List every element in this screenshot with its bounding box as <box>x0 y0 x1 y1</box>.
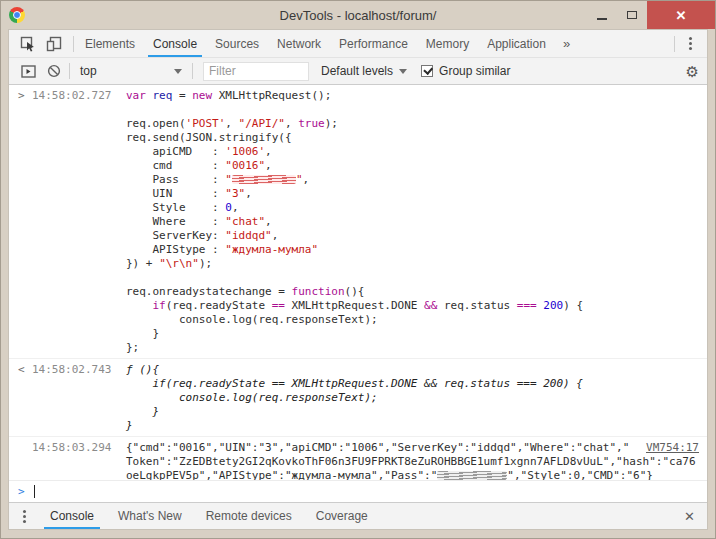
timestamp: 14:58:02.743 <box>32 363 113 377</box>
execution-context-selector[interactable]: top <box>72 64 190 78</box>
divider <box>69 63 70 79</box>
console-chevron-icon: > <box>18 89 32 103</box>
console-prompt[interactable]: > <box>9 480 707 502</box>
redacted-password <box>437 471 507 480</box>
timestamp: 14:58:02.727 <box>32 89 113 103</box>
tab-performance[interactable]: Performance <box>330 30 417 57</box>
drawer-tab-what-s-new[interactable]: What's New <box>106 503 194 529</box>
device-toolbar-icon[interactable] <box>41 32 67 56</box>
tab-application[interactable]: Application <box>478 30 555 57</box>
entry-content: ƒ (){ if(req.readyState == XMLHttpReques… <box>126 363 701 433</box>
tab-memory[interactable]: Memory <box>417 30 478 57</box>
clear-console-icon[interactable] <box>41 59 67 83</box>
main-tabs: ElementsConsoleSourcesNetworkPerformance… <box>76 30 555 57</box>
settings-gear-icon[interactable]: ⚙ <box>686 64 699 79</box>
devtools-menu-button[interactable] <box>677 32 703 56</box>
tab-network[interactable]: Network <box>268 30 330 57</box>
redacted-password <box>232 175 296 184</box>
context-value: top <box>80 64 97 78</box>
drawer-tab-coverage[interactable]: Coverage <box>304 503 380 529</box>
inspect-element-icon[interactable] <box>15 32 41 56</box>
group-similar-label: Group similar <box>439 64 510 78</box>
tab-console[interactable]: Console <box>144 30 206 57</box>
group-similar-control[interactable]: Group similar <box>421 64 510 78</box>
divider <box>73 36 74 52</box>
chrome-icon <box>9 7 25 23</box>
console-entry-command: >14:58:02.727var req = new XMLHttpReques… <box>9 85 707 358</box>
drawer-close-icon[interactable]: ✕ <box>684 503 707 529</box>
entry-content: {"cmd":"0016","UIN":"3","apiCMD":"1006",… <box>126 441 701 480</box>
devtools-panel: ElementsConsoleSourcesNetworkPerformance… <box>8 29 708 530</box>
group-similar-checkbox[interactable] <box>421 65 433 77</box>
tab-elements[interactable]: Elements <box>76 30 144 57</box>
more-tabs-button[interactable]: » <box>555 30 578 57</box>
drawer-tab-console[interactable]: Console <box>38 503 106 529</box>
chevron-down-icon <box>399 69 407 74</box>
minimize-button[interactable] <box>587 1 617 29</box>
divider <box>192 63 193 79</box>
timestamp: 14:58:03.294 <box>32 441 113 455</box>
console-sidebar-toggle-icon[interactable] <box>15 59 41 83</box>
drawer-tab-remote-devices[interactable]: Remote devices <box>194 503 304 529</box>
close-button[interactable]: ✕ <box>647 1 715 29</box>
console-entry-log: 14:58:03.294{"cmd":"0016","UIN":"3","api… <box>9 436 707 480</box>
returned-value-icon: < <box>18 363 32 377</box>
main-tab-bar: ElementsConsoleSourcesNetworkPerformance… <box>9 30 707 58</box>
source-location-link[interactable]: VM754:17 <box>646 441 699 455</box>
entry-content: var req = new XMLHttpRequest();req.open(… <box>126 89 701 355</box>
title-bar[interactable]: DevTools - localhost/forum/ ✕ <box>1 1 715 29</box>
maximize-button[interactable] <box>617 1 647 29</box>
console-toolbar: top Default levels Group similar ⚙ <box>9 58 707 85</box>
text-caret <box>34 485 35 498</box>
console-messages[interactable]: >14:58:02.727var req = new XMLHttpReques… <box>9 85 707 480</box>
log-levels-dropdown[interactable]: Default levels <box>321 64 407 78</box>
chevron-down-icon <box>174 69 182 74</box>
levels-label: Default levels <box>321 64 393 78</box>
tab-sources[interactable]: Sources <box>206 30 268 57</box>
prompt-chevron-icon: > <box>18 485 25 498</box>
drawer-tab-bar: ConsoleWhat's NewRemote devicesCoverage … <box>9 502 707 529</box>
console-entry-result: <14:58:02.743ƒ (){ if(req.readyState == … <box>9 358 707 436</box>
filter-input[interactable] <box>203 62 309 81</box>
drawer-menu-button[interactable] <box>23 515 26 518</box>
divider <box>674 36 675 52</box>
devtools-window: DevTools - localhost/forum/ ✕ <box>0 0 716 539</box>
drawer-tabs: ConsoleWhat's NewRemote devicesCoverage <box>38 503 380 529</box>
